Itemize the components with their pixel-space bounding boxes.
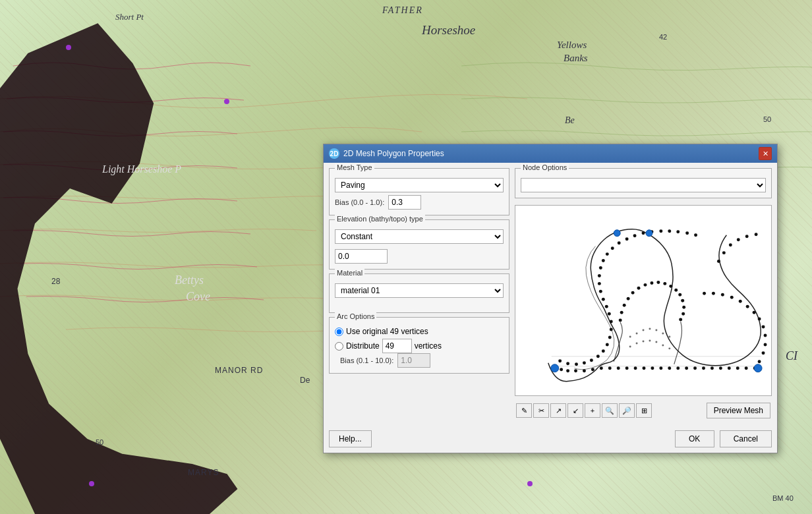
svg-point-110 (655, 341, 657, 343)
svg-point-50 (668, 229, 671, 233)
svg-point-29 (762, 351, 765, 355)
toolbar-btn-5[interactable]: + (585, 403, 600, 418)
use-original-radio[interactable] (335, 328, 343, 336)
svg-point-31 (764, 333, 767, 337)
svg-point-108 (643, 340, 645, 342)
node-options-select[interactable] (521, 178, 766, 192)
svg-point-42 (722, 251, 726, 254)
svg-point-89 (674, 289, 678, 292)
svg-point-9 (600, 366, 603, 370)
close-button[interactable]: ✕ (759, 147, 772, 160)
vertex-dot (66, 45, 71, 50)
svg-point-30 (764, 343, 767, 346)
svg-point-86 (656, 281, 660, 284)
svg-point-87 (663, 282, 666, 285)
distribute-row: Distribute vertices (335, 339, 504, 353)
help-button[interactable]: Help... (329, 430, 372, 447)
svg-point-111 (662, 344, 664, 346)
svg-point-32 (762, 326, 765, 329)
mesh-type-label: Mesh Type (335, 163, 374, 171)
svg-point-7 (583, 369, 586, 372)
toolbar-btn-3[interactable]: ↗ (550, 403, 566, 418)
map-label-bm40: BM 40 (772, 494, 794, 502)
arc-options-group: Arc Options Use original 49 vertices Dis… (329, 317, 509, 374)
svg-point-58 (606, 252, 609, 256)
svg-point-10 (608, 366, 612, 370)
map-label-de: De (300, 376, 310, 385)
svg-point-15 (651, 366, 654, 370)
svg-point-97 (754, 364, 762, 372)
svg-point-90 (678, 293, 682, 297)
svg-point-12 (625, 366, 629, 370)
elevation-value-input[interactable] (335, 249, 388, 264)
toolbar-btn-4[interactable]: ↙ (567, 403, 583, 418)
toolbar-btn-6[interactable]: 🔍 (602, 403, 618, 418)
map-label-banks: Banks (564, 53, 588, 64)
material-select[interactable]: material 01 (335, 283, 504, 298)
svg-point-96 (646, 230, 652, 237)
svg-point-80 (623, 304, 626, 307)
material-group: Material material 01 (329, 273, 509, 313)
map-label-42: 42 (659, 33, 667, 41)
svg-point-102 (649, 328, 651, 330)
svg-point-33 (758, 318, 761, 321)
svg-point-44 (737, 238, 740, 241)
map-label-horseshoe: Horseshoe (422, 23, 475, 38)
svg-point-13 (634, 366, 637, 370)
use-original-label: Use original 49 vertices (346, 327, 428, 336)
svg-point-61 (598, 274, 601, 277)
ok-button[interactable]: OK (675, 430, 714, 447)
svg-point-36 (739, 300, 742, 303)
svg-point-18 (676, 366, 680, 370)
svg-point-19 (685, 366, 688, 370)
vertex-dot (89, 481, 94, 486)
map-label-ci: CI (786, 349, 798, 363)
preview-toolbar: ✎ ✂ ↗ ↙ + 🔍 🔎 ⊞ Preview Mesh (515, 400, 772, 421)
elevation-group: Elevation (bathy/topo) type Constant (329, 219, 509, 270)
mesh-type-select[interactable]: Paving (335, 178, 504, 192)
preview-mesh-button[interactable]: Preview Mesh (707, 403, 770, 418)
svg-point-22 (710, 366, 714, 370)
bias-10-label: Bias (0.1 - 10.0): (340, 357, 393, 364)
cancel-button[interactable]: Cancel (720, 430, 772, 447)
toolbar-btn-7[interactable]: 🔎 (619, 403, 635, 418)
svg-point-41 (717, 260, 720, 263)
arc-bias-input[interactable] (397, 353, 430, 368)
preview-canvas (515, 205, 772, 396)
toolbar-btn-2[interactable]: ✂ (533, 403, 549, 418)
svg-point-98 (551, 364, 559, 372)
svg-point-14 (643, 366, 646, 370)
svg-point-77 (558, 359, 562, 362)
svg-point-4 (560, 368, 563, 371)
map-label-50-l: 50 (96, 438, 103, 446)
svg-point-26 (745, 366, 748, 370)
map-label-short-pt: Short Pt (115, 12, 144, 22)
svg-point-62 (598, 282, 601, 285)
svg-point-55 (625, 237, 629, 241)
svg-point-104 (662, 332, 664, 334)
svg-point-91 (681, 299, 684, 302)
vertices-count-input[interactable] (382, 339, 412, 353)
svg-point-112 (668, 347, 670, 349)
dialog: 2D 2D Mesh Polygon Properties ✕ Mesh Typ… (323, 144, 778, 453)
toolbar-btn-1[interactable]: ✎ (516, 403, 532, 418)
bias-input[interactable] (388, 195, 421, 210)
svg-point-79 (620, 311, 624, 314)
svg-point-95 (614, 230, 620, 237)
title-bar-left: 2D 2D Mesh Polygon Properties (329, 148, 444, 159)
vertices-label: vertices (415, 341, 442, 351)
elevation-type-select[interactable]: Constant (335, 229, 504, 244)
distribute-radio[interactable] (335, 342, 343, 351)
svg-point-54 (633, 234, 637, 237)
svg-point-101 (643, 329, 645, 331)
svg-point-92 (682, 306, 685, 309)
vertex-dot (224, 99, 229, 104)
svg-point-107 (636, 342, 638, 344)
map-label-father: FATHER (382, 5, 423, 16)
svg-point-82 (631, 291, 635, 295)
svg-point-16 (659, 366, 662, 370)
toolbar-btn-8[interactable]: ⊞ (636, 403, 652, 418)
svg-point-71 (602, 349, 605, 353)
svg-point-81 (627, 297, 630, 300)
svg-point-46 (755, 233, 758, 236)
